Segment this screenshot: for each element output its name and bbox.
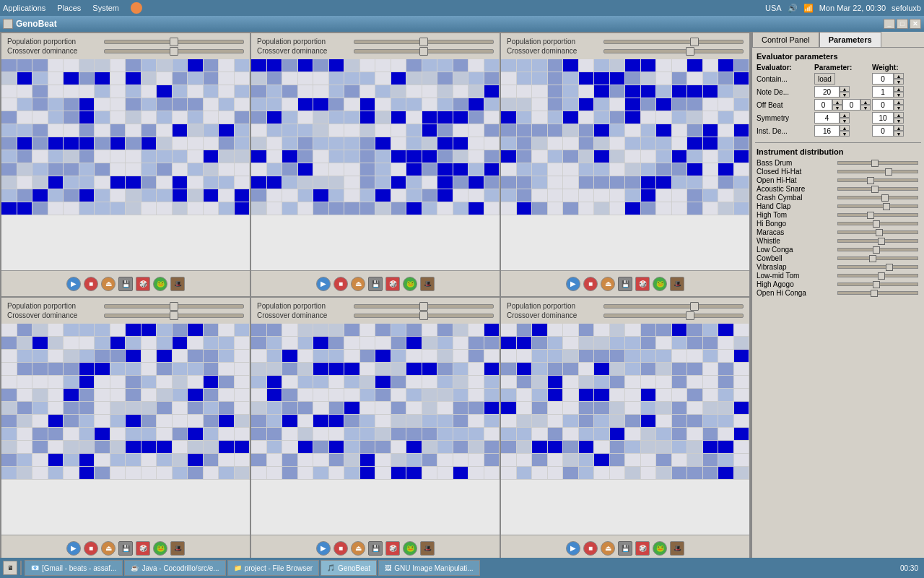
beat-cell[interactable]: [375, 415, 391, 427]
beat-cell[interactable]: [672, 150, 688, 163]
beat-cell[interactable]: [1, 454, 17, 466]
beat-cell[interactable]: [703, 454, 719, 466]
beat-cell[interactable]: [344, 202, 360, 215]
beat-cell[interactable]: [173, 350, 188, 362]
beat-cell[interactable]: [610, 454, 626, 466]
beat-cell[interactable]: [360, 189, 376, 202]
beat-cell[interactable]: [48, 363, 64, 375]
beat-cell[interactable]: [157, 415, 173, 427]
beat-cell[interactable]: [110, 111, 126, 124]
beat-cell[interactable]: [126, 441, 141, 453]
beat-cell[interactable]: [344, 189, 360, 202]
beat-cell[interactable]: [453, 415, 469, 427]
beat-cell[interactable]: [437, 389, 453, 401]
beat-cell[interactable]: [703, 137, 719, 150]
beat-cell[interactable]: [406, 150, 422, 163]
beat-cell[interactable]: [251, 72, 267, 85]
beat-cell[interactable]: [329, 189, 345, 202]
beat-cell[interactable]: [703, 163, 719, 176]
beat-cell[interactable]: [375, 176, 391, 189]
beat-cell[interactable]: [157, 389, 173, 401]
beat-cell[interactable]: [468, 163, 484, 176]
beat-cell[interactable]: [329, 202, 345, 215]
beat-cell[interactable]: [453, 454, 469, 466]
beat-cell[interactable]: [468, 415, 484, 427]
beat-cell[interactable]: [422, 59, 438, 72]
beat-cell[interactable]: [110, 59, 126, 72]
beat-cell[interactable]: [718, 111, 734, 124]
beat-cell[interactable]: [610, 202, 626, 215]
beat-cell[interactable]: [594, 137, 610, 150]
beat-cell[interactable]: [126, 324, 141, 336]
beat-cell[interactable]: [267, 467, 283, 479]
beat-cell[interactable]: [188, 202, 204, 215]
beat-cell[interactable]: [656, 176, 672, 189]
beat-cell[interactable]: [391, 402, 407, 414]
beat-cell[interactable]: [64, 454, 79, 466]
weight-down-4[interactable]: ▼: [894, 131, 904, 137]
beat-cell[interactable]: [95, 98, 110, 111]
beat-cell[interactable]: [501, 176, 517, 189]
beat-cell[interactable]: [64, 72, 79, 85]
beat-cell[interactable]: [95, 441, 110, 453]
beat-cell[interactable]: [532, 98, 548, 111]
beat-cell[interactable]: [110, 137, 126, 150]
beat-cell[interactable]: [375, 189, 391, 202]
beat-cell[interactable]: [32, 324, 48, 336]
beat-cell[interactable]: [17, 428, 33, 440]
beat-cell[interactable]: [375, 59, 391, 72]
beat-cell[interactable]: [517, 337, 533, 349]
beat-cell[interactable]: [157, 441, 173, 453]
beat-cell[interactable]: [17, 454, 33, 466]
beat-cell[interactable]: [79, 324, 95, 336]
beat-cell[interactable]: [718, 150, 734, 163]
beat-cell[interactable]: [141, 402, 157, 414]
beat-cell[interactable]: [110, 441, 126, 453]
beat-cell[interactable]: [282, 202, 298, 215]
beat-cell[interactable]: [204, 454, 219, 466]
beat-cell[interactable]: [610, 389, 626, 401]
beat-cell[interactable]: [625, 59, 641, 72]
beat-cell[interactable]: [141, 376, 157, 388]
beat-cell[interactable]: [579, 415, 595, 427]
beat-cell[interactable]: [406, 85, 422, 98]
param-input-4[interactable]: [814, 125, 840, 137]
beat-cell[interactable]: [501, 324, 517, 336]
beat-cell[interactable]: [610, 324, 626, 336]
beat-cell[interactable]: [484, 402, 500, 414]
save-button-1[interactable]: 💾: [368, 277, 383, 291]
beat-cell[interactable]: [329, 337, 345, 349]
beat-cell[interactable]: [656, 85, 672, 98]
beat-cell[interactable]: [453, 324, 469, 336]
maximize-button[interactable]: □: [897, 19, 908, 29]
param-down-3[interactable]: ▼: [840, 118, 850, 124]
beat-cell[interactable]: [579, 150, 595, 163]
beat-cell[interactable]: [344, 428, 360, 440]
beat-cell[interactable]: [641, 111, 657, 124]
beat-cell[interactable]: [484, 454, 500, 466]
beat-cell[interactable]: [625, 389, 641, 401]
beat-cell[interactable]: [422, 124, 438, 137]
beat-cell[interactable]: [484, 85, 500, 98]
taskbar-gimp[interactable]: 🖼 GNU Image Manipulati...: [378, 560, 480, 576]
beat-cell[interactable]: [672, 137, 688, 150]
beat-cell[interactable]: [48, 189, 64, 202]
beat-cell[interactable]: [517, 467, 533, 479]
beat-cell[interactable]: [360, 402, 376, 414]
beat-cell[interactable]: [313, 376, 329, 388]
beat-cell[interactable]: [360, 163, 376, 176]
beat-cell[interactable]: [329, 137, 345, 150]
beat-cell[interactable]: [126, 415, 141, 427]
beat-cell[interactable]: [672, 176, 688, 189]
beat-cell[interactable]: [110, 376, 126, 388]
beat-cell[interactable]: [1, 85, 17, 98]
beat-cell[interactable]: [734, 124, 750, 137]
beat-cell[interactable]: [501, 189, 517, 202]
eject-button-5[interactable]: ⏏: [601, 541, 615, 556]
beat-cell[interactable]: [235, 441, 250, 453]
beat-cell[interactable]: [219, 454, 235, 466]
beat-cell[interactable]: [79, 176, 95, 189]
beat-cell[interactable]: [422, 454, 438, 466]
play-button-0[interactable]: ▶: [66, 277, 81, 291]
beat-cell[interactable]: [360, 428, 376, 440]
